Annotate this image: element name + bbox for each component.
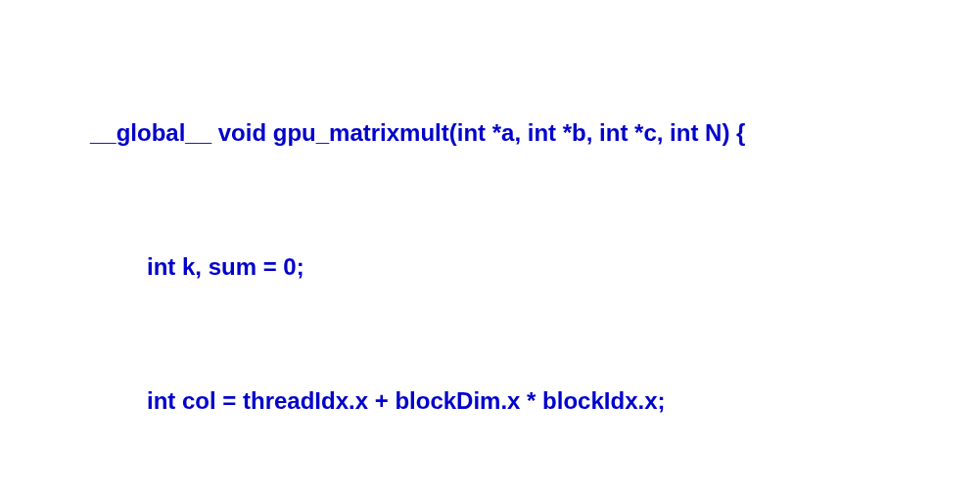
code-line-2: int k, sum = 0; bbox=[49, 245, 980, 290]
code-snippet: __global__ void gpu_matrixmult(int *a, i… bbox=[49, 22, 980, 494]
code-line-1: __global__ void gpu_matrixmult(int *a, i… bbox=[49, 111, 980, 156]
code-line-3: int col = threadIdx.x + blockDim.x * blo… bbox=[49, 379, 980, 424]
